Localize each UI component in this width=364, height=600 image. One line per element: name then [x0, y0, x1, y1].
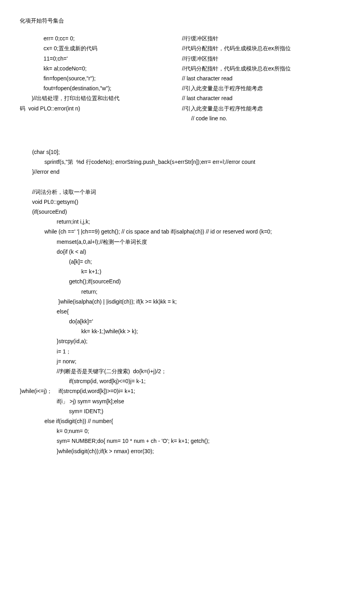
comment-line: //行缓冲区指针	[182, 34, 344, 44]
code-line: fout=fopen(destination,"w");	[20, 84, 182, 93]
right-column: //行缓冲区指针 //代码分配指针，代码生成模块总在ex所指位 //行缓冲区指针…	[182, 34, 344, 123]
left-column: err= 0;cc= 0; cx= 0;置生成新的代码 11=0;ch=' kk…	[20, 34, 182, 123]
comment-line: //引入此变量是出于程序性能考虑	[182, 84, 344, 93]
comment-line: //行缓冲区指针	[182, 54, 344, 64]
code-block: (char s[10]; sprintf(s,"第 %d 行codeNo); e…	[20, 147, 344, 456]
code-line: fin=fopen(source,"r");	[20, 74, 182, 84]
code-line: kk= al;codeNo=0;	[20, 64, 182, 74]
comment-line: //引入此变量是出于程序性能考虑	[182, 104, 344, 114]
comment-line: //代码分配指针，代码生成模块总在ex所指位	[182, 64, 344, 74]
comment-line: //代码分配指针，代码生成模块总在ex所指位	[182, 44, 344, 53]
two-column-section: err= 0;cc= 0; cx= 0;置生成新的代码 11=0;ch=' kk…	[20, 34, 344, 123]
code-line: 11=0;ch='	[20, 54, 182, 64]
code-line: err= 0;cc= 0;	[20, 34, 182, 44]
comment-line: // last character read	[182, 93, 344, 103]
header-text: 化项开始符号集合	[20, 16, 344, 26]
comment-line: // code line no.	[182, 114, 344, 123]
code-line: )//出错处理，打印出错位置和出错代	[20, 93, 182, 103]
code-line: cx= 0;置生成新的代码	[20, 44, 182, 53]
code-line: 码 void PLO::error(int n)	[20, 104, 182, 114]
comment-line: // last character read	[182, 74, 344, 84]
